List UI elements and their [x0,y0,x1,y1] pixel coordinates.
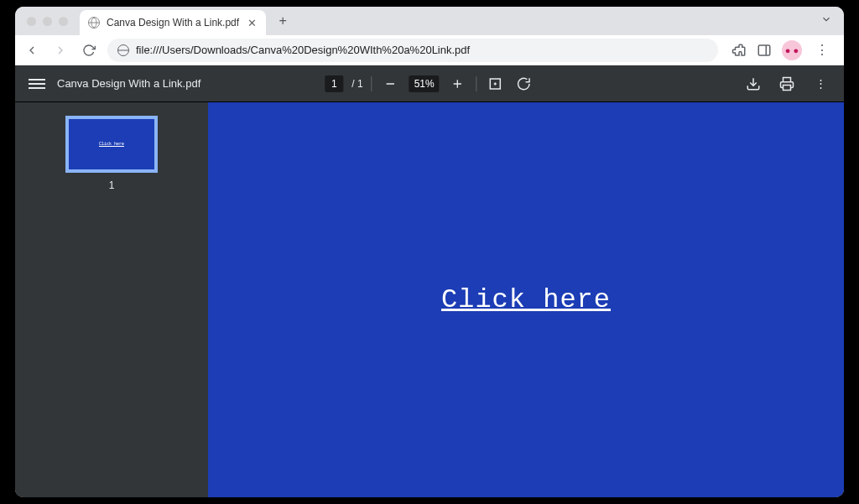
sidebar-toggle-button[interactable] [29,75,45,92]
download-button[interactable] [743,74,763,94]
thumbnail-preview-text: Click here [99,142,124,147]
document-title: Canva Design With a Link.pdf [57,77,200,90]
divider [476,76,477,91]
extensions-icon[interactable] [731,43,747,58]
site-info-icon[interactable] [117,44,129,56]
page-number-input[interactable]: 1 [325,75,343,92]
thumbnail-number: 1 [109,179,115,191]
avatar-glyph: ● ● [785,45,799,55]
pdf-body: Click here 1 Click here [15,102,844,497]
address-bar-row: file:///Users/Downloads/Canva%20Design%2… [15,35,844,65]
forward-button[interactable] [50,40,70,60]
svg-rect-9 [784,85,791,90]
address-bar[interactable]: file:///Users/Downloads/Canva%20Design%2… [107,39,718,62]
rotate-button[interactable] [514,74,534,94]
side-panel-icon[interactable] [757,43,772,58]
back-button[interactable] [22,40,42,60]
toolbar-right: ⋮ [743,74,830,94]
zoom-in-button[interactable] [448,74,468,94]
page-total: / 1 [351,78,362,90]
globe-icon [88,17,100,29]
maximize-window-button[interactable] [59,17,68,26]
print-button[interactable] [777,74,797,94]
close-tab-button[interactable]: ✕ [246,17,258,29]
url-text: file:///Users/Downloads/Canva%20Design%2… [136,44,470,56]
divider [372,76,372,91]
svg-rect-0 [758,45,770,55]
new-tab-button[interactable]: + [271,9,294,33]
fit-page-button[interactable] [486,74,506,94]
thumbnail-panel: Click here 1 [15,102,208,497]
tab-title: Canva Design With a Link.pdf [107,17,239,29]
tab-strip: Canva Design With a Link.pdf ✕ + [15,7,844,35]
window-controls [15,17,80,26]
pdf-page: Click here [208,102,844,497]
browser-menu-button[interactable]: ⋮ [812,42,832,58]
page-area[interactable]: Click here [208,102,844,497]
more-actions-button[interactable]: ⋮ [810,74,830,94]
toolbar-center: 1 / 1 51% [325,74,534,94]
tabs-dropdown-button[interactable] [820,13,832,29]
reload-button[interactable] [79,40,99,60]
browser-tab[interactable]: Canva Design With a Link.pdf ✕ [80,10,266,35]
close-window-button[interactable] [27,17,36,26]
pdf-viewer: Canva Design With a Link.pdf 1 / 1 51% [15,65,844,497]
thumbnail[interactable]: Click here [65,116,158,173]
minimize-window-button[interactable] [43,17,52,26]
zoom-out-button[interactable] [381,74,401,94]
pdf-toolbar: Canva Design With a Link.pdf 1 / 1 51% [15,65,844,102]
document-link[interactable]: Click here [441,284,611,315]
profile-avatar[interactable]: ● ● [782,40,802,60]
toolbar-right-icons: ● ● ⋮ [726,40,837,60]
browser-window: Canva Design With a Link.pdf ✕ + file://… [15,7,844,497]
zoom-level[interactable]: 51% [409,75,440,92]
